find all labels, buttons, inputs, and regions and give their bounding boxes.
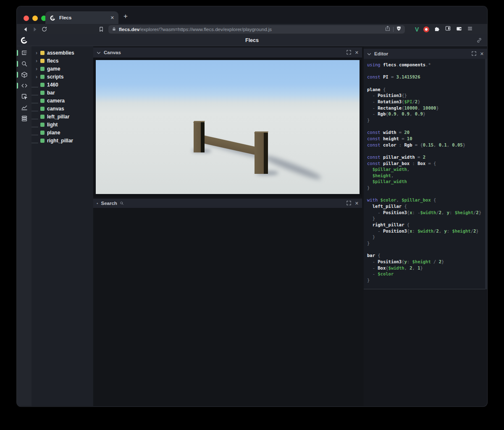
chevron-down-icon[interactable] [97,49,101,56]
red-extension-icon[interactable] [423,26,429,32]
expand-chevron-icon[interactable]: › [34,51,39,55]
tree-item-canvas[interactable]: canvas [32,105,93,113]
code-line: using flecs.components.* [367,62,487,68]
extensions-puzzle-icon[interactable] [434,25,440,33]
entities-cube-icon[interactable] [17,71,32,78]
right-pillar-entity [255,133,268,174]
collapsed-bullet-icon[interactable]: • [97,201,98,206]
tree-item-game[interactable]: ›game [32,65,93,73]
code-line: $pillar_width [367,178,487,185]
url-path: /explorer/?wasm=https://www.flecs.dev/ex… [139,27,272,32]
chevron-down-icon[interactable] [367,50,371,58]
entity-color-square [40,59,45,63]
entity-label: bar [47,90,55,96]
code-content[interactable]: using flecs.components.* const PI = 3.14… [364,59,487,289]
url-domain: flecs.dev [119,27,139,32]
expand-panel-icon[interactable] [346,199,351,207]
stats-icon[interactable] [17,115,32,122]
entity-label: plane [47,130,60,136]
close-window-button[interactable] [24,16,29,21]
entity-label: flecs [47,58,58,64]
close-panel-icon[interactable]: ✕ [480,51,484,57]
bookmark-icon[interactable] [97,26,106,32]
tree-item-scripts[interactable]: ›scripts [32,73,93,81]
code-line: const color : Rgb = {0.15, 0.1, 0.05} [367,142,487,148]
tree-item-camera[interactable]: camera [32,97,93,105]
expand-chevron-icon[interactable]: › [34,67,39,71]
search-panel-title: Search [101,201,344,206]
expand-panel-icon[interactable] [472,50,476,58]
back-button[interactable] [21,26,30,33]
entity-color-square [40,75,45,79]
editor-panel: Editor ✕ using flecs.components.* const … [364,49,487,289]
code-line: - $color [367,271,487,277]
bar-shadow [264,154,322,181]
code-line: } [367,277,487,283]
entity-label: left_pillar [47,114,69,120]
3d-scene[interactable] [96,60,360,194]
tab-strip: Flecs ✕ + [17,6,487,24]
canvas-panel: Canvas ✕ [93,47,362,197]
entity-color-square [40,67,45,71]
close-panel-icon[interactable]: ✕ [355,50,359,55]
entity-label: game [47,66,60,72]
entity-label: scripts [47,74,63,80]
tree-item-right_pillar[interactable]: right_pillar [32,136,93,144]
canvas-panel-title: Canvas [104,50,344,55]
code-line [367,123,487,130]
code-line: - Position3{x: $width/2, y: $height/2} [367,228,487,234]
tab-close-icon[interactable]: ✕ [110,15,114,21]
editor-panel-header: Editor ✕ [364,49,487,59]
menu-icon[interactable] [467,26,473,33]
center-column: Canvas ✕ [93,46,364,406]
sidebar-toggle-icon[interactable] [445,25,451,33]
icon-rail [17,46,32,406]
canvas-panel-header: Canvas ✕ [93,47,362,58]
url-bar[interactable]: flecs.dev/explorer/?wasm=https://www.fle… [108,25,405,34]
code-line: const width = 20 [367,129,487,136]
chart-icon[interactable] [17,104,32,111]
inspect-icon[interactable] [17,93,32,100]
code-line: left_pillar { [367,203,487,210]
entity-color-square [40,123,45,127]
reload-button[interactable] [39,26,49,32]
expand-panel-icon[interactable] [346,49,351,56]
entity-color-square [40,51,45,55]
entity-label: assemblies [47,50,74,56]
minimize-window-button[interactable] [32,16,38,21]
tree-item-left_pillar[interactable]: left_pillar [32,113,93,121]
code-line: } [367,185,487,191]
share-icon[interactable] [385,25,391,33]
expand-chevron-icon[interactable]: › [34,75,39,79]
brave-shield-icon[interactable] [396,26,402,33]
tree-item-light[interactable]: light [32,121,93,128]
canvas-body [93,58,362,197]
search-icon[interactable] [17,60,32,67]
code-line: with $color, $pillar_box { [367,197,487,203]
code-line: const height = 10 [367,136,487,142]
tree-item-assemblies[interactable]: ›assemblies [32,49,93,57]
tree-view-icon[interactable] [17,50,32,56]
vue-devtools-extension-icon[interactable]: V [415,26,419,33]
code-icon[interactable] [17,82,32,89]
search-panel-header: • Search ✕ [93,199,362,208]
tree-item-bar[interactable]: bar [32,89,93,97]
browser-tab[interactable]: Flecs ✕ [45,11,118,24]
code-line: } [367,234,487,240]
wallet-icon[interactable] [456,26,462,33]
entity-label: light [47,122,58,128]
share-link-icon[interactable] [476,37,482,45]
code-line: $pillar_width, [367,166,487,173]
entity-tree: ›assemblies›flecs›game›scripts1460barcam… [32,46,93,406]
entity-color-square [40,139,45,143]
code-line: - Rectangle{10000, 10000} [367,105,487,111]
code-line: - Position3{} [367,92,487,99]
tree-item-plane[interactable]: plane [32,128,93,136]
close-panel-icon[interactable]: ✕ [355,201,359,206]
new-tab-button[interactable]: + [123,12,128,21]
forward-button[interactable] [30,26,39,33]
tree-item-1460[interactable]: 1460 [32,81,93,89]
tree-item-flecs[interactable]: ›flecs [32,57,93,65]
expand-chevron-icon[interactable]: › [34,59,39,63]
entity-label: camera [47,98,65,104]
